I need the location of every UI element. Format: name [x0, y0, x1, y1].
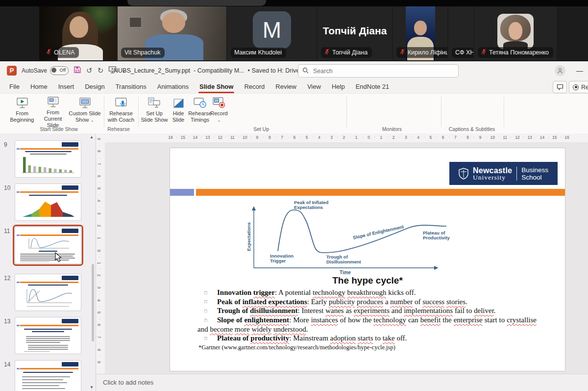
ruler-tick: 2	[97, 274, 101, 277]
slide-thumbnail-14[interactable]	[15, 360, 81, 391]
slide-number: 12	[4, 275, 10, 282]
participant-tile[interactable]: OLENA	[39, 6, 117, 60]
slide-title[interactable]: The hype cycle*	[170, 275, 565, 286]
menu-tab-view[interactable]: View	[302, 79, 326, 93]
logo-name-line1: Newcastle	[473, 167, 512, 174]
record-dot-icon	[573, 84, 579, 90]
hide-slide-button[interactable]: Hide Slide	[170, 96, 187, 125]
record-button[interactable]: Reco	[569, 81, 588, 93]
scroll-down-arrow[interactable]: ▼	[89, 385, 95, 390]
ruler-dot: ·	[99, 341, 100, 346]
autosave-switch[interactable]: Off	[50, 66, 69, 75]
slide-footnote[interactable]: *Gartner (www.gartner.com/technology/res…	[198, 344, 395, 351]
group-separator	[138, 97, 139, 127]
custom-slide-show-button[interactable]: Custom Slide Show ⌄	[69, 96, 101, 125]
ruler-tick: 6	[442, 135, 444, 140]
ruler-tick: 1	[355, 135, 358, 140]
participant-tile[interactable]: Тетяна Пономаренко	[474, 6, 557, 60]
slide-thumbnail-11[interactable]	[15, 227, 81, 264]
group-separator	[104, 97, 104, 127]
search-box[interactable]	[298, 64, 459, 78]
ruler-dot: ·	[436, 135, 438, 139]
mini-logo	[62, 362, 78, 366]
from-current-slide-button[interactable]: From Current Slide	[37, 96, 69, 125]
slide-thumbnail-10[interactable]	[15, 183, 81, 221]
slide-thumbnail-12[interactable]	[15, 274, 81, 311]
participant-tile[interactable]: Vit Shpachuk	[118, 6, 226, 60]
record-slideshow-button[interactable]: Record⌄	[211, 96, 227, 125]
hype-cycle-diagram[interactable]: Expectations Time Peak of Inflated Expec…	[244, 197, 459, 278]
participant-tile[interactable]: MМаксим Khudolei	[227, 6, 317, 60]
account-avatar-icon[interactable]	[555, 65, 565, 76]
powerpoint-app-icon[interactable]: P	[7, 66, 17, 76]
participant-tile[interactable]: Топчій ДіанаТопчій Діана	[318, 6, 392, 60]
save-icon[interactable]	[74, 66, 81, 76]
ruler-dot: ·	[99, 217, 100, 222]
menu-tab-record[interactable]: Record	[239, 79, 270, 93]
participant-face	[509, 22, 522, 40]
menu-tab-home[interactable]: Home	[25, 79, 53, 93]
saved-status[interactable]: • Saved to H: Drive	[248, 67, 300, 74]
menu-tab-file[interactable]: File	[4, 79, 25, 93]
undo-icon[interactable]: ↺	[86, 67, 93, 74]
scroll-up-arrow[interactable]: ▲	[89, 135, 95, 139]
ruler-tick: 9	[479, 135, 482, 140]
ruler-tick: 1	[97, 261, 101, 264]
menu-tab-slide-show[interactable]: Slide Show	[194, 79, 239, 93]
slide-thumbnail-9[interactable]	[15, 140, 81, 178]
search-icon	[302, 67, 309, 76]
ruler-dot: ·	[448, 135, 450, 139]
mini-blue-bar	[17, 191, 20, 193]
slide-canvas[interactable]: Newcastle University Business School Exp…	[170, 148, 565, 371]
ruler-dot: ·	[213, 135, 215, 139]
mini-logo	[62, 319, 78, 323]
minimize-button[interactable]: —	[576, 67, 583, 75]
slide-number: 10	[4, 184, 10, 191]
ruler-dot: ·	[176, 135, 177, 139]
notes-pane[interactable]: Click to add notes	[96, 374, 588, 391]
muted-mic-icon	[324, 49, 330, 56]
redo-icon[interactable]: ↻	[98, 67, 104, 74]
thumbnail-scrollbar[interactable]	[92, 264, 94, 341]
participant-name-label: Кирило Ліфінцев	[396, 47, 447, 58]
ruler-dot: ·	[424, 135, 425, 139]
search-input[interactable]	[312, 67, 437, 75]
ruler-dot: ·	[250, 135, 252, 139]
chevron-down-icon: ⌄	[91, 118, 95, 123]
rehearse-timings-button[interactable]: Rehearse Timings	[187, 96, 213, 125]
set-up-slide-show-button[interactable]: Set Up Slide Show	[140, 96, 169, 125]
ruler-tick: 15	[181, 135, 185, 140]
participant-tile[interactable]: Кирило Ліфінцев	[393, 6, 447, 60]
ruler-dot: ·	[461, 135, 463, 139]
document-title: NUBS_Lecture_2_Sumy.ppt - Compatibility …	[114, 61, 307, 79]
menu-tab-review[interactable]: Review	[270, 79, 302, 93]
menu-tab-design[interactable]: Design	[79, 79, 110, 93]
from-beginning-button[interactable]: From Beginning	[8, 96, 36, 125]
menu-tab-insert[interactable]: Insert	[53, 79, 80, 93]
ruler-dot: ·	[412, 135, 413, 139]
ruler-dot: ·	[374, 135, 376, 139]
mini-blue-bar	[17, 368, 20, 369]
rehearse-with-coach-button[interactable]: Rehearse with Coach	[106, 96, 136, 125]
slide-bullet-text[interactable]: □Innovation trigger: A potential technol…	[197, 288, 537, 343]
menu-tab-help[interactable]: Help	[326, 79, 350, 93]
slide-thumbnail-13[interactable]	[15, 317, 81, 354]
participant-tile[interactable]: СФ ХНУ...	[448, 6, 473, 60]
comments-button[interactable]	[553, 81, 567, 93]
hide-slide-label: Hide Slide	[170, 110, 187, 123]
ruler-tick: 14	[540, 135, 544, 140]
ruler-tick: 5	[97, 187, 101, 190]
wall-frame	[129, 17, 141, 27]
ruler-dot: ·	[560, 135, 562, 139]
muted-mic-icon	[481, 49, 487, 54]
ruler-dot: ·	[99, 192, 100, 197]
muted-mic-icon	[46, 49, 51, 56]
university-shield-icon	[459, 168, 468, 180]
menu-tab-animations[interactable]: Animations	[152, 79, 194, 93]
autosave-toggle[interactable]: AutoSave Off	[22, 66, 69, 75]
ruler-dot: ·	[263, 135, 264, 139]
menu-tab-transitions[interactable]: Transitions	[110, 79, 152, 93]
menu-tab-endnote-21[interactable]: EndNote 21	[350, 79, 395, 93]
coach-screen-icon	[114, 96, 128, 109]
zoom-toolbar-tab[interactable]	[127, 0, 266, 6]
